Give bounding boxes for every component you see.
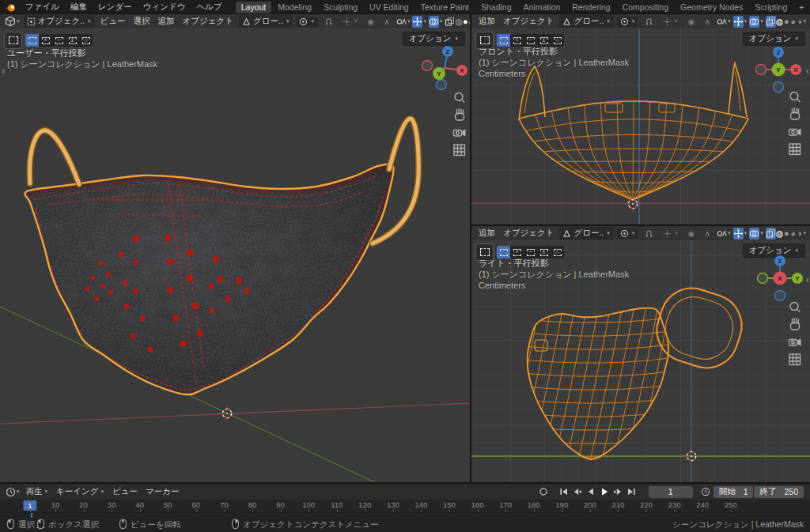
navigation-gizmo[interactable]: ZYX [755,253,805,304]
mode-selector[interactable]: オブジェク..▾ [24,15,95,28]
proportional-editing-toggle[interactable]: ◉ [364,17,377,27]
select-subtract-button[interactable]: − [524,246,537,258]
viewport-nav-buttons[interactable] [786,89,804,162]
zoom-icon[interactable] [786,300,804,317]
camera-view-icon[interactable] [786,124,804,141]
shading-wireframe-button[interactable]: ◍ [776,228,784,240]
workspace-tab[interactable]: Geometry Nodes [675,2,748,13]
current-frame-field[interactable]: 1 [649,486,693,498]
proportional-falloff-dropdown[interactable]: ∧ [380,16,393,27]
topbar-menu[interactable]: ヘルプ [191,2,227,11]
blender-logo-icon[interactable] [5,2,17,13]
play-button[interactable] [598,486,611,497]
shading-wireframe-button[interactable]: ◍ [776,16,784,28]
proportional-editing-toggle[interactable]: ◉ [685,17,698,27]
sidebar-expand-chevron[interactable]: ‹ [806,275,809,285]
snap-toggle[interactable] [642,17,657,27]
shading-rendered-button[interactable]: ◑ [796,228,802,240]
select-subtract-button[interactable]: − [52,34,66,47]
proportional-falloff-dropdown[interactable]: ∧ [702,228,714,239]
shading-solid-button[interactable]: ● [463,16,468,28]
snap-toggle[interactable] [321,17,336,27]
workspace-tab[interactable]: Layout [236,2,272,13]
workspace-tab[interactable]: Modeling [272,2,317,13]
header-menu[interactable]: ビュー [97,16,130,27]
workspace-tab[interactable]: UV Editing [364,2,414,13]
jump-to-next-keyframe-button[interactable] [611,486,624,497]
show-gizmo-toggle[interactable] [733,228,744,240]
camera-view-icon[interactable] [786,334,804,352]
zoom-icon[interactable] [451,90,468,108]
shading-material-preview-button[interactable]: ◕ [468,16,470,28]
editor-type-icon[interactable]: ▾ [3,16,22,27]
workspace-tab[interactable]: Rendering [566,2,615,13]
select-invert-button[interactable]: ± [537,34,551,47]
leather-mask-object[interactable] [24,126,403,403]
snap-toggle[interactable] [642,228,657,239]
show-overlays-toggle[interactable] [429,16,439,28]
timeline-menu[interactable]: ビュー [108,486,142,497]
header-menu[interactable]: オブジェクト [499,16,558,27]
header-menu[interactable]: 追加 [475,228,499,239]
transform-orientation-selector[interactable]: グロー..▾ [559,227,613,240]
select-extend-button[interactable]: + [510,246,524,258]
workspace-tab[interactable]: Sculpting [318,2,363,13]
timeline-menu[interactable]: マーカー [142,486,184,497]
ortho-grid-icon[interactable] [451,142,468,160]
show-gizmo-toggle[interactable] [733,16,744,28]
viewport-3d-scene[interactable] [0,28,470,482]
select-intersect-button[interactable]: ∩ [551,246,564,258]
header-menu[interactable]: オブジェクト [499,228,558,239]
proportional-falloff-dropdown[interactable]: ∧ [702,16,714,27]
editor-type-icon[interactable]: ▾ [4,487,22,497]
shading-rendered-button[interactable]: ◑ [796,16,802,28]
header-menu[interactable]: 追加 [154,16,179,27]
camera-view-icon[interactable] [451,125,468,142]
pivot-point-selector[interactable]: ▾ [296,17,318,27]
select-intersect-button[interactable]: ∩ [79,34,93,47]
active-tool-select-box-button[interactable] [4,32,22,49]
shading-solid-button[interactable]: ● [783,16,789,28]
header-menu[interactable]: 選択 [130,16,154,27]
jump-to-end-button[interactable] [625,486,638,497]
zoom-icon[interactable] [786,89,804,107]
timeline-menu[interactable]: 再生▾ [22,486,53,497]
object-visibility-dropdown[interactable]: ▾ [396,17,411,26]
transform-orientation-selector[interactable]: グロー..▾ [559,15,613,28]
header-menu[interactable]: オブジェクト [179,16,237,27]
play-reverse-button[interactable] [585,486,597,497]
header-menu[interactable]: 追加 [475,16,499,27]
select-new-button[interactable] [25,34,39,47]
topbar-menu[interactable]: ファイル [20,2,65,11]
pan-hand-icon[interactable] [786,317,804,334]
snap-settings-dropdown[interactable]: ▾ [660,228,682,239]
select-invert-button[interactable]: ± [537,246,551,258]
navigation-gizmo[interactable]: ZXY [753,44,804,95]
toolbar-expand-chevron[interactable]: › [2,66,5,76]
workspace-tab[interactable]: Shading [475,2,517,13]
viewport-nav-buttons[interactable] [786,300,804,372]
jump-to-start-button[interactable] [558,486,570,497]
topbar-menu[interactable]: 編集 [65,2,93,11]
topbar-menu[interactable]: ウィンドウ [138,2,191,11]
topbar-menu[interactable]: レンダー [93,2,138,11]
select-extend-button[interactable]: + [39,34,52,47]
jump-to-prev-keyframe-button[interactable] [571,486,584,497]
show-gizmo-toggle[interactable] [412,16,422,28]
object-visibility-dropdown[interactable]: ▾ [717,228,732,238]
shading-material-preview-button[interactable]: ◕ [789,228,796,240]
xray-toggle[interactable] [766,228,776,240]
shading-material-preview-button[interactable]: ◕ [789,16,796,28]
workspace-tab[interactable]: Animation [518,2,566,13]
pan-hand-icon[interactable] [786,107,804,124]
show-overlays-toggle[interactable] [749,16,759,28]
snap-settings-dropdown[interactable]: ▾ [660,17,682,27]
select-new-button[interactable] [497,246,510,258]
pivot-point-selector[interactable]: ▾ [617,228,639,239]
sidebar-expand-chevron[interactable]: ‹ [806,66,809,76]
timeline-ruler[interactable]: 1102030405060708090100110120130140150160… [0,500,810,512]
workspace-tab[interactable]: Texture Paint [415,2,475,13]
snap-settings-dropdown[interactable]: ▾ [339,17,361,27]
select-extend-button[interactable]: + [510,34,524,47]
workspace-tab[interactable]: Compositing [617,2,674,13]
